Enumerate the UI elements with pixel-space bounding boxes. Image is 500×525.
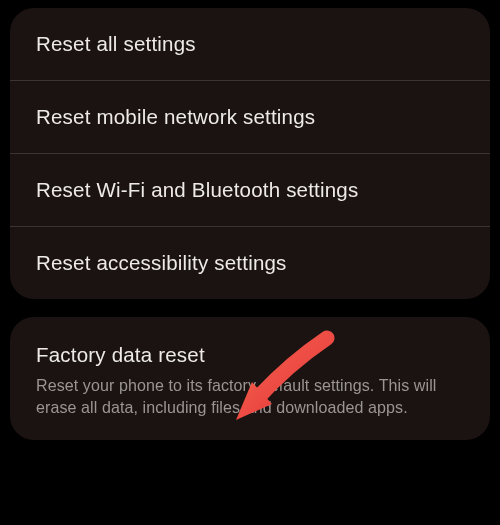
reset-mobile-network-item[interactable]: Reset mobile network settings xyxy=(10,81,490,154)
reset-accessibility-item[interactable]: Reset accessibility settings xyxy=(10,227,490,299)
item-title: Reset mobile network settings xyxy=(36,105,464,129)
factory-reset-card: Factory data reset Reset your phone to i… xyxy=(10,317,490,440)
item-title: Reset Wi-Fi and Bluetooth settings xyxy=(36,178,464,202)
factory-data-reset-item[interactable]: Factory data reset Reset your phone to i… xyxy=(10,317,490,440)
item-title: Reset accessibility settings xyxy=(36,251,464,275)
reset-options-card: Reset all settings Reset mobile network … xyxy=(10,8,490,299)
reset-wifi-bluetooth-item[interactable]: Reset Wi-Fi and Bluetooth settings xyxy=(10,154,490,227)
item-title: Factory data reset xyxy=(36,343,464,367)
item-title: Reset all settings xyxy=(36,32,464,56)
item-description: Reset your phone to its factory default … xyxy=(36,375,464,418)
reset-all-settings-item[interactable]: Reset all settings xyxy=(10,8,490,81)
